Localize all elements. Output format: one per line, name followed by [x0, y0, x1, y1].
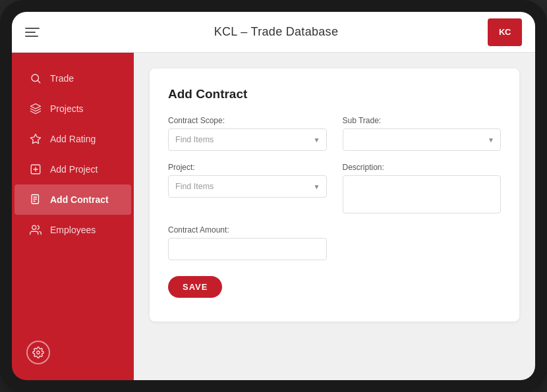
- project-wrapper: Find Items ▼: [168, 175, 327, 198]
- sidebar-label-employees: Employees: [50, 225, 96, 235]
- body: Trade Projects Add Rating: [12, 53, 535, 380]
- sidebar-label-add-contract: Add Contract: [50, 194, 109, 205]
- svg-marker-3: [31, 134, 41, 144]
- header-left: [25, 28, 65, 37]
- star-icon: [29, 132, 42, 146]
- layers-icon: [29, 102, 42, 115]
- save-button[interactable]: SAVE: [168, 276, 222, 298]
- sub-trade-wrapper: ▼: [343, 128, 502, 151]
- form-group-description: Description:: [343, 163, 502, 213]
- contract-scope-label: Contract Scope:: [168, 116, 327, 125]
- contract-scope-wrapper: Find Items ▼: [168, 128, 327, 151]
- form-card: Add Contract Contract Scope: Find Items …: [150, 69, 519, 322]
- form-row-3: Contract Amount:: [168, 225, 501, 260]
- project-select[interactable]: Find Items: [168, 175, 327, 198]
- sidebar-item-projects[interactable]: Projects: [14, 94, 131, 124]
- sidebar-item-employees[interactable]: Employees: [14, 215, 131, 245]
- menu-button[interactable]: [25, 28, 65, 37]
- header: KCL – Trade Database KC: [12, 12, 535, 53]
- svg-line-1: [38, 80, 40, 82]
- svg-point-11: [32, 225, 36, 229]
- contract-scope-select[interactable]: Find Items: [168, 128, 327, 151]
- users-icon: [29, 223, 42, 237]
- svg-point-0: [32, 74, 39, 82]
- tablet-screen: KCL – Trade Database KC Trade: [12, 12, 535, 380]
- svg-marker-2: [31, 104, 41, 109]
- plus-square-icon: [29, 163, 42, 176]
- sidebar-item-add-contract[interactable]: Add Contract: [14, 184, 131, 215]
- sidebar-bottom: [12, 330, 134, 375]
- contract-amount-input[interactable]: [168, 238, 327, 260]
- sidebar-label-add-project: Add Project: [50, 164, 98, 175]
- sub-trade-select[interactable]: [343, 128, 502, 151]
- form-title: Add Contract: [168, 87, 501, 101]
- app-logo: KC: [488, 18, 522, 46]
- tablet-frame: KCL – Trade Database KC Trade: [0, 0, 547, 392]
- form-row-1: Contract Scope: Find Items ▼ Sub Trade:: [168, 116, 501, 151]
- sidebar-nav: Trade Projects Add Rating: [12, 58, 134, 330]
- form-row-2: Project: Find Items ▼ Description:: [168, 163, 501, 213]
- sidebar-label-add-rating: Add Rating: [50, 134, 96, 144]
- description-label: Description:: [343, 163, 502, 172]
- form-group-project: Project: Find Items ▼: [168, 163, 327, 213]
- search-icon: [29, 72, 42, 85]
- contract-icon: [29, 193, 42, 206]
- logo-text: KC: [499, 27, 511, 37]
- sidebar: Trade Projects Add Rating: [12, 53, 134, 380]
- header-title: KCL – Trade Database: [214, 25, 338, 39]
- svg-point-12: [37, 351, 40, 354]
- form-group-contract-amount: Contract Amount:: [168, 225, 327, 260]
- project-label: Project:: [168, 163, 327, 172]
- sidebar-item-add-project[interactable]: Add Project: [14, 154, 131, 184]
- form-group-sub-trade: Sub Trade: ▼: [343, 116, 502, 151]
- sidebar-item-add-rating[interactable]: Add Rating: [14, 124, 131, 154]
- main-content: Add Contract Contract Scope: Find Items …: [134, 53, 535, 380]
- description-textarea[interactable]: [343, 175, 502, 213]
- sidebar-label-trade: Trade: [50, 73, 74, 84]
- form-group-contract-scope: Contract Scope: Find Items ▼: [168, 116, 327, 151]
- sub-trade-label: Sub Trade:: [343, 116, 502, 125]
- sidebar-label-projects: Projects: [50, 103, 84, 114]
- contract-amount-label: Contract Amount:: [168, 225, 327, 235]
- settings-icon[interactable]: [26, 341, 50, 364]
- sidebar-item-trade[interactable]: Trade: [14, 63, 131, 94]
